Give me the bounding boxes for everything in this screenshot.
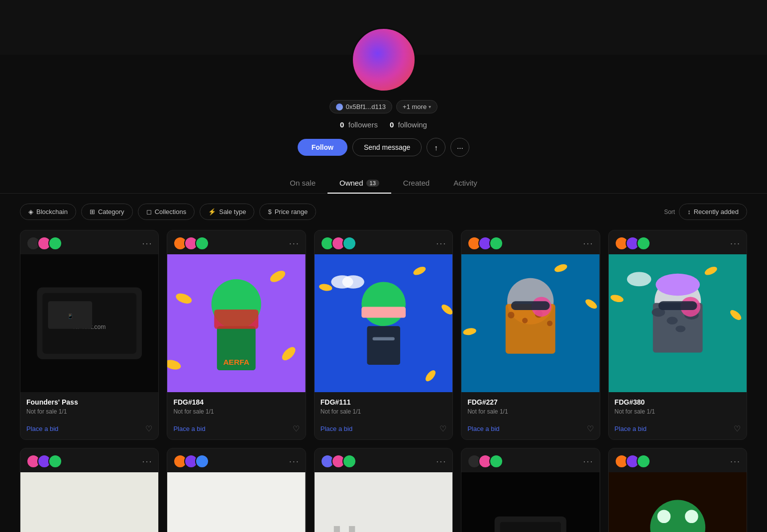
category-filter[interactable]: ⊞ Category [81, 204, 133, 220]
collection-dot-3 [489, 236, 503, 250]
nft-status: Not for sale 1/1 [173, 408, 299, 415]
card-header: ··· [461, 230, 599, 254]
card-menu-button[interactable]: ··· [730, 238, 741, 249]
card-body: FDG#380 Not for sale 1/1 [609, 392, 747, 424]
tab-created[interactable]: Created [391, 173, 441, 193]
sort-icon: ↕ [687, 208, 691, 215]
favorite-button[interactable]: ♡ [587, 424, 594, 433]
filter-bar: ◈ Blockchain ⊞ Category ◻ Collections ⚡ … [0, 194, 767, 230]
svg-point-43 [627, 272, 651, 287]
svg-point-34 [522, 318, 528, 323]
card-footer: Place a bid ♡ [20, 424, 158, 439]
send-message-button[interactable]: Send message [352, 138, 422, 156]
card-header: ··· [20, 230, 158, 254]
favorite-button[interactable]: ♡ [145, 424, 152, 433]
tab-owned[interactable]: Owned 13 [328, 173, 391, 193]
nft-name: FDG#227 [467, 398, 593, 406]
price-range-filter[interactable]: $ Price range [259, 204, 316, 220]
collections-filter[interactable]: ◻ Collections [138, 204, 195, 220]
wallet-address-badge[interactable]: 0x5Bf1...d113 [329, 100, 392, 113]
price-range-icon: $ [268, 208, 271, 215]
nft-artwork: AERFA [167, 254, 305, 392]
card-footer: Place a bid ♡ [461, 424, 599, 439]
svg-point-36 [547, 320, 552, 326]
collections-label: Collections [155, 208, 187, 215]
svg-point-52 [656, 274, 700, 296]
blockchain-filter[interactable]: ◈ Blockchain [20, 204, 76, 220]
nft-card-row2-1: ··· Not for sale 1/1 Place a bid ♡ [20, 448, 159, 532]
card-menu-button[interactable]: ··· [289, 456, 300, 467]
nft-grid: ··· NFTinit.com 📱 Founders' Pass Not for… [0, 230, 767, 532]
nft-artwork: NFTinit.com 📱 [20, 254, 158, 392]
address-row: 0x5Bf1...d113 +1 more ▾ [329, 100, 438, 113]
svg-point-33 [508, 312, 514, 318]
nft-status: Not for sale 1/1 [467, 408, 593, 415]
svg-point-49 [675, 325, 685, 332]
followers-stat: 0 followers [340, 120, 378, 129]
following-count: 0 [390, 120, 394, 129]
sale-type-label: Sale type [219, 208, 246, 215]
category-icon: ⊞ [90, 208, 95, 215]
following-label: following [398, 120, 427, 129]
profile-tabs: On sale Owned 13 Created Activity [0, 173, 767, 194]
card-header: ··· [461, 448, 599, 472]
card-menu-button[interactable]: ··· [142, 456, 152, 467]
place-bid-link[interactable]: Place a bid [467, 425, 499, 432]
svg-rect-54 [20, 472, 158, 532]
svg-point-23 [361, 282, 406, 326]
avatar [351, 27, 416, 92]
collection-dot-3 [48, 236, 62, 250]
tab-activity[interactable]: Activity [441, 173, 489, 193]
tab-created-label: Created [403, 179, 430, 187]
nft-status: Not for sale 1/1 [321, 408, 446, 415]
collection-dot-3 [637, 236, 651, 250]
favorite-button[interactable]: ♡ [293, 424, 300, 433]
nft-status: Not for sale 1/1 [26, 408, 152, 415]
sale-type-filter[interactable]: ⚡ Sale type [200, 204, 254, 220]
collection-dot-3 [342, 236, 356, 250]
svg-point-63 [657, 510, 670, 524]
favorite-button[interactable]: ♡ [439, 424, 446, 433]
sort-value: Recently added [694, 208, 739, 215]
card-footer: Place a bid ♡ [609, 424, 747, 439]
card-menu-button[interactable]: ··· [730, 456, 741, 467]
nft-artwork [461, 254, 599, 392]
svg-point-64 [685, 510, 698, 524]
ellipsis-icon: ··· [457, 143, 463, 152]
card-menu-button[interactable]: ··· [142, 238, 152, 249]
card-menu-button[interactable]: ··· [436, 238, 446, 249]
place-bid-link[interactable]: Place a bid [321, 425, 352, 432]
tab-on-sale-label: On sale [290, 179, 316, 187]
sort-label: Sort [664, 209, 675, 215]
place-bid-link[interactable]: Place a bid [26, 425, 58, 432]
nft-card-fdg380: ··· [608, 230, 747, 440]
tab-on-sale[interactable]: On sale [278, 173, 328, 193]
collection-dot-3 [342, 454, 356, 468]
share-button[interactable]: ↑ [427, 138, 445, 157]
nft-card-row2-5: ··· Not for sale 1/1 Place a bid [608, 448, 747, 532]
card-header: ··· [315, 230, 452, 254]
place-bid-link[interactable]: Place a bid [173, 425, 205, 432]
nft-card-row2-4: ··· Not for sale 1/1 Place a bid ♡ [461, 448, 600, 532]
follow-button[interactable]: Follow [298, 139, 347, 156]
card-menu-button[interactable]: ··· [583, 238, 594, 249]
card-footer: Place a bid ♡ [315, 424, 452, 439]
more-addresses-badge[interactable]: +1 more ▾ [396, 100, 438, 113]
svg-text:📱: 📱 [67, 313, 74, 319]
card-menu-button[interactable]: ··· [583, 456, 594, 467]
more-options-button[interactable]: ··· [450, 138, 469, 157]
nft-card-fdg184: ··· AERFA FDG#184 Not for sale 1/1 [167, 230, 306, 440]
sort-button[interactable]: ↕ Recently added [679, 204, 747, 220]
card-menu-button[interactable]: ··· [289, 238, 300, 249]
favorite-button[interactable]: ♡ [734, 424, 741, 433]
card-header: ··· [315, 448, 452, 472]
card-header: ··· [609, 448, 747, 472]
nft-artwork [167, 472, 305, 532]
nft-artwork [609, 472, 747, 532]
place-bid-link[interactable]: Place a bid [615, 425, 647, 432]
card-menu-button[interactable]: ··· [436, 456, 446, 467]
card-header: ··· [20, 448, 158, 472]
following-stat: 0 following [390, 120, 427, 129]
card-header: ··· [167, 230, 305, 254]
card-body: FDG#227 Not for sale 1/1 [461, 392, 599, 424]
